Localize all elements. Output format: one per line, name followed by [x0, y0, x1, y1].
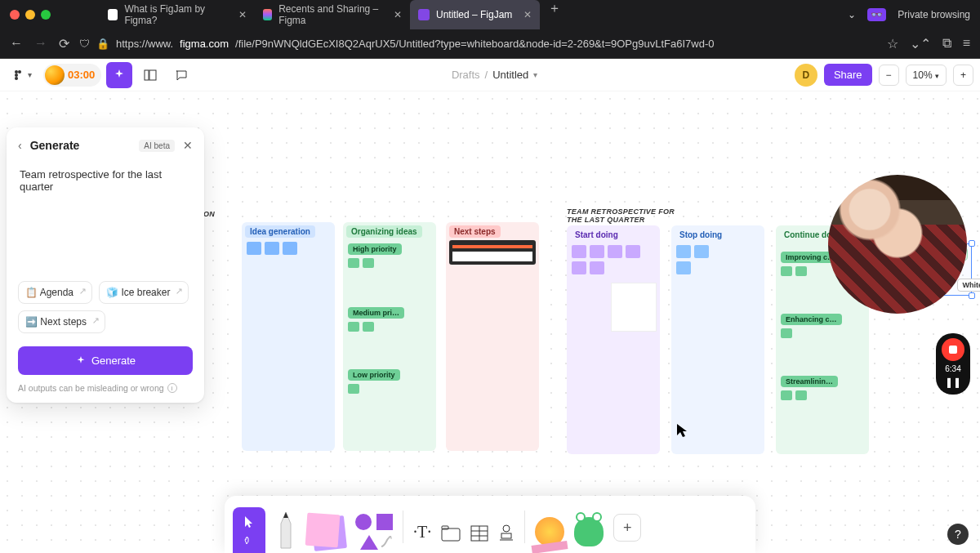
sticky-note[interactable] [363, 258, 374, 268]
sticky-note[interactable] [694, 245, 709, 258]
tab-figma-recents[interactable]: Recents and Sharing – Figma ✕ [255, 0, 410, 29]
board-stop-doing[interactable]: Stop doing [671, 225, 764, 454]
user-avatar[interactable]: D [795, 64, 817, 87]
share-button[interactable]: Share [824, 64, 872, 86]
maximize-window-icon[interactable] [41, 10, 51, 20]
main-menu-button[interactable]: ▾ [7, 65, 38, 86]
priority-chip[interactable]: Low priority [348, 369, 400, 381]
bookmark-icon[interactable]: ☆ [887, 36, 898, 51]
close-icon[interactable]: ✕ [394, 9, 402, 20]
ai-beta-badge: AI beta [139, 140, 175, 152]
mask-icon: 👓 [867, 8, 886, 21]
sticky-note[interactable] [247, 242, 261, 255]
select-tool[interactable] [233, 507, 265, 553]
timer-value: 03:00 [68, 69, 95, 81]
sticky-note[interactable] [676, 261, 691, 274]
board-organizing-ideas[interactable]: Organizing ideas High priority Medium pr… [343, 222, 436, 451]
layout-grid-button[interactable] [137, 64, 163, 87]
figma-logo-icon [13, 69, 24, 81]
reload-icon[interactable]: ⟳ [59, 36, 69, 51]
sticky-note[interactable] [283, 242, 297, 255]
svg-rect-1 [18, 70, 21, 74]
breadcrumb-parent: Drafts [452, 69, 480, 81]
suggestion-next-steps[interactable]: ➡️ Next steps [18, 310, 105, 333]
embedded-table[interactable] [449, 240, 536, 265]
sticky-tool[interactable] [306, 514, 345, 553]
suggestion-ice-breaker[interactable]: 🧊 Ice breaker [99, 281, 189, 304]
priority-chip[interactable]: Medium pri… [348, 307, 404, 319]
sticky-note[interactable] [348, 322, 359, 332]
ai-sparkle-button[interactable] [106, 62, 132, 88]
priority-chip[interactable]: High priority [348, 243, 402, 255]
retro-chip[interactable]: Streamlinin… [781, 376, 838, 387]
close-icon[interactable]: ✕ [183, 139, 193, 152]
tab-figjam-untitled[interactable]: Untitled – FigJam ✕ [410, 0, 540, 29]
pause-icon[interactable]: ❚❚ [945, 377, 961, 388]
sticky-note[interactable] [572, 261, 586, 274]
board-next-steps[interactable]: Next steps [446, 222, 539, 451]
sticky-note[interactable] [363, 322, 374, 332]
sticky-note[interactable] [795, 390, 807, 400]
new-tab-button[interactable]: ＋ [540, 0, 569, 29]
stamp-tool[interactable] [498, 524, 514, 553]
sticky-note[interactable] [795, 266, 807, 276]
close-icon[interactable]: ✕ [238, 9, 247, 20]
stop-recording-button[interactable] [942, 338, 964, 361]
board-start-doing[interactable]: Start doing [567, 225, 660, 454]
zoom-level[interactable]: 10% ▾ [906, 65, 947, 86]
close-icon[interactable]: ✕ [523, 9, 532, 20]
sticky-note[interactable] [348, 384, 359, 394]
menu-icon[interactable]: ≡ [963, 36, 970, 51]
sticky-note[interactable] [572, 245, 586, 258]
sticky-note[interactable] [590, 245, 604, 258]
close-window-icon[interactable] [10, 10, 20, 20]
sticky-note[interactable] [608, 245, 622, 258]
favicon-icon [263, 9, 272, 20]
sticker-washi[interactable] [535, 517, 564, 553]
generate-button[interactable]: Generate [18, 346, 193, 375]
retro-chip[interactable]: Enhancing c… [781, 314, 842, 325]
timer-chip[interactable]: 03:00 [43, 64, 101, 87]
back-icon[interactable]: ‹ [18, 139, 22, 152]
connector-icon [380, 535, 393, 548]
suggestion-agenda[interactable]: 📋 Agenda [18, 281, 92, 304]
text-tool[interactable]: ·T· [413, 523, 431, 553]
section-tool[interactable] [441, 525, 461, 553]
sticky-note[interactable] [676, 245, 691, 258]
browser-urlbar: ← → ⟳ 🛡 🔒 https://www.figma.com/file/P9n… [0, 29, 980, 59]
favicon-icon [418, 9, 430, 20]
prompt-textarea[interactable]: Team retrospective for the last quarter [18, 163, 193, 253]
forward-icon: → [34, 36, 47, 51]
sticky-note[interactable] [781, 328, 792, 338]
shape-tool[interactable] [355, 512, 393, 553]
sticky-note[interactable] [348, 258, 359, 268]
address-bar[interactable]: 🛡 🔒 https://www.figma.com/file/P9nWNQldG… [79, 38, 877, 50]
minimize-window-icon[interactable] [25, 10, 35, 20]
pen-tool[interactable] [275, 511, 296, 553]
extensions-icon[interactable]: ⧉ [942, 36, 951, 51]
chevron-down-icon[interactable]: ⌄ [848, 9, 856, 20]
sticker-frog[interactable] [574, 517, 604, 553]
sticky-note[interactable] [626, 245, 640, 258]
text-block[interactable] [611, 283, 657, 332]
table-tool[interactable] [470, 525, 488, 553]
sticky-note[interactable] [781, 266, 792, 276]
presenter-video[interactable] [828, 175, 967, 314]
pocket-icon[interactable]: ⌄⌃ [910, 36, 931, 51]
board-header: Idea generation [245, 225, 315, 238]
back-icon[interactable]: ← [10, 36, 23, 51]
sticky-note[interactable] [265, 242, 279, 255]
zoom-in-button[interactable]: + [953, 65, 973, 86]
zoom-out-button[interactable]: − [879, 65, 899, 86]
selected-chip[interactable]: White… [957, 279, 981, 292]
sticky-note[interactable] [781, 390, 792, 400]
info-icon[interactable]: i [167, 383, 177, 393]
help-button[interactable]: ? [947, 524, 969, 545]
comments-button[interactable] [168, 64, 194, 87]
breadcrumb[interactable]: Drafts / Untitled ▾ [201, 69, 788, 81]
tab-label: What is FigJam by Figma? [124, 3, 227, 26]
more-tools-button[interactable]: + [613, 514, 641, 553]
sticky-note[interactable] [590, 261, 604, 274]
board-idea-generation[interactable]: Idea generation [242, 222, 335, 451]
tab-figjam-info[interactable]: What is FigJam by Figma? ✕ [100, 0, 255, 29]
